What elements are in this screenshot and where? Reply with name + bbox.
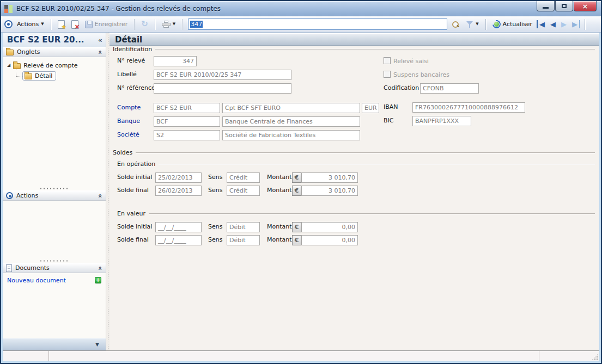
sidebar-splitter-handle[interactable]	[3, 186, 106, 190]
banque-code-field[interactable]: BCF	[154, 116, 220, 127]
sidebar-bottom-bar[interactable]: ▼	[3, 338, 106, 350]
sens-label: Sens	[208, 223, 222, 230]
actions-target-icon	[4, 20, 13, 28]
window-bottom-border	[1, 361, 601, 363]
toolbar-separator	[485, 19, 486, 30]
releve-saisi-checkbox[interactable]	[384, 57, 391, 64]
montant-label: Montant	[267, 187, 292, 194]
delete-record-button[interactable]: ×	[69, 19, 81, 30]
banque-link-label[interactable]: Banque	[117, 118, 140, 125]
euro-currency-button[interactable]: €	[292, 172, 301, 183]
app-body: BCF S2 EUR 20... « Onglets « ◢ Relevé de…	[1, 33, 601, 350]
montant-field[interactable]: 0,00	[301, 222, 358, 232]
sidebar-splitter-handle[interactable]	[3, 258, 106, 263]
sidebar-collapse-button[interactable]: «	[98, 36, 102, 44]
sens-field[interactable]: Débit	[227, 235, 260, 245]
toolbar-separator	[134, 19, 135, 30]
documents-panel: Nouveau document +	[3, 273, 106, 286]
suspens-bancaires-checkbox[interactable]	[384, 71, 391, 78]
reference-field[interactable]	[154, 83, 291, 94]
solde-final-label: Solde final	[117, 236, 149, 243]
add-document-button[interactable]: +	[95, 277, 101, 283]
actualiser-button[interactable]: Actualiser	[490, 19, 535, 29]
sens-field[interactable]: Crédit	[227, 172, 260, 183]
compte-name-field[interactable]: Cpt BCF SFT EURO	[222, 103, 360, 113]
montant-field[interactable]: 0,00	[301, 235, 358, 245]
resize-grip[interactable]	[592, 354, 598, 360]
euro-currency-button[interactable]: €	[292, 186, 301, 196]
banque-name-field[interactable]: Banque Centrale de Finances	[222, 116, 360, 127]
solde-initial-date-field[interactable]: __/__/____	[155, 222, 202, 232]
sidebar-section-onglets[interactable]: Onglets «	[3, 47, 106, 57]
euro-currency-button[interactable]: €	[292, 222, 301, 232]
nouveau-document-link[interactable]: Nouveau document	[7, 277, 66, 284]
chevron-down-icon: ▼	[95, 342, 99, 347]
filter-icon	[466, 21, 473, 28]
solde-final-date-field[interactable]: 26/02/2013	[155, 186, 202, 196]
save-button[interactable]: Enregistrer	[83, 20, 130, 29]
folder-icon	[6, 50, 14, 55]
sens-field[interactable]: Débit	[227, 222, 260, 232]
sidebar-section-documents[interactable]: Documents «	[3, 263, 106, 273]
filter-button[interactable]: ▼	[464, 20, 481, 29]
search-input[interactable]: 347	[188, 18, 447, 30]
montant-field[interactable]: 3 010,70	[301, 186, 358, 196]
sidebar: BCF S2 EUR 20... « Onglets « ◢ Relevé de…	[3, 33, 106, 350]
bic-field[interactable]: BANPFRP1XXX	[412, 116, 471, 126]
star-icon: ★	[62, 24, 66, 30]
actions-menu-button[interactable]: Actions ▼	[15, 20, 46, 29]
group-title-label: Soldes	[113, 149, 132, 156]
actions-target-icon	[6, 192, 13, 199]
chevron-down-icon: ▼	[41, 22, 44, 26]
compte-code-field[interactable]: BCF S2 EUR	[154, 103, 220, 113]
solde-final-date-field[interactable]: __/__/____	[155, 235, 202, 245]
collapse-section-icon[interactable]: «	[97, 266, 104, 270]
print-button[interactable]: ▼	[160, 20, 178, 29]
group-title-label: Identification	[113, 46, 152, 53]
close-button[interactable]: ×	[574, 1, 597, 11]
nav-last-button[interactable]: ▶	[570, 20, 580, 28]
suspens-bancaires-label: Suspens bancaires	[393, 71, 449, 78]
nav-next-button[interactable]: ▶	[560, 20, 568, 28]
group-title-label: En valeur	[117, 210, 145, 217]
sidebar-section-actions[interactable]: Actions «	[3, 190, 106, 201]
compte-link-label[interactable]: Compte	[117, 104, 141, 111]
tree-expander-icon[interactable]: ◢	[7, 63, 10, 67]
tree-item-detail-selected[interactable]: Détail	[22, 71, 56, 81]
delete-document-icon: ×	[71, 20, 78, 29]
document-icon	[6, 264, 12, 272]
releve-label: N° relevé	[117, 57, 145, 64]
actions-panel-empty	[3, 201, 106, 258]
nav-previous-button[interactable]: ◀	[549, 20, 557, 28]
libelle-field[interactable]: BCF S2 EUR 2010/02/25 347	[154, 70, 291, 80]
montant-field[interactable]: 3 010,70	[301, 172, 358, 183]
compte-devise-field[interactable]: EUR	[362, 103, 379, 113]
solde-initial-date-field[interactable]: 25/02/2013	[155, 172, 202, 183]
iban-field[interactable]: FR7630002677710000888976612	[412, 102, 525, 113]
new-record-button[interactable]: ★	[56, 19, 67, 30]
euro-currency-button[interactable]: €	[292, 235, 301, 245]
tree-item-detail[interactable]: Détail	[16, 70, 104, 81]
societe-link-label[interactable]: Société	[117, 131, 139, 138]
collapse-section-icon[interactable]: «	[97, 50, 104, 54]
nav-first-button[interactable]: ◀	[537, 20, 546, 28]
sens-field[interactable]: Crédit	[227, 186, 260, 196]
montant-label: Montant	[267, 174, 292, 181]
minimize-button[interactable]	[537, 1, 555, 11]
maximize-button[interactable]	[555, 1, 573, 11]
status-bar	[3, 350, 599, 361]
societe-code-field[interactable]: S2	[154, 130, 220, 140]
en-valeur-group-title: En valeur	[117, 210, 595, 217]
toolbar-separator	[155, 19, 155, 30]
window-title: BCF S2 EUR 2010/02/25 347 - Gestion des …	[16, 5, 221, 13]
onglets-section-label: Onglets	[17, 48, 95, 55]
search-button[interactable]	[449, 20, 461, 29]
releve-field[interactable]: 347	[154, 56, 197, 66]
refresh-button[interactable]: ↻	[139, 19, 150, 29]
print-dropdown-icon: ▼	[173, 22, 175, 26]
collapse-section-icon[interactable]: «	[97, 194, 104, 198]
solde-initial-label: Solde initial	[117, 223, 152, 230]
societe-name-field[interactable]: Société de Fabrication Textiles	[222, 130, 360, 140]
codification-field[interactable]: CFONB	[420, 83, 479, 94]
maximize-icon	[562, 4, 567, 8]
